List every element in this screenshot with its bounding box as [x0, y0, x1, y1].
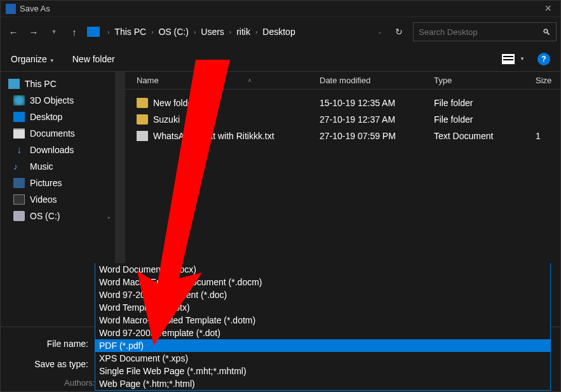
chevron-right-icon: ›: [255, 29, 257, 36]
table-row[interactable]: Suzuki27-10-19 12:37 AMFile folder: [132, 111, 560, 128]
nav-row: ← → ▼ ↑ › This PC › OS (C:) › Users › ri…: [1, 17, 560, 46]
sidebar-item-this-pc[interactable]: This PC: [1, 76, 115, 92]
sidebar-item-3dobjects[interactable]: 3D Objects: [1, 92, 115, 109]
pictures-icon: [13, 178, 25, 188]
dropdown-option[interactable]: Word 97-2003 Document (*.doc): [95, 288, 550, 301]
dropdown-option[interactable]: Word Macro-Enabled Document (*.docm): [95, 276, 550, 288]
column-headers[interactable]: Name∧ Date modified Type Size: [125, 72, 560, 90]
file-type: File folder: [434, 114, 536, 125]
breadcrumb-seg[interactable]: Users: [201, 27, 224, 37]
search-icon[interactable]: 🔍︎: [543, 27, 551, 37]
file-type: Text Document: [434, 131, 536, 141]
sidebar-label: Music: [30, 161, 53, 172]
file-name: New folder: [153, 98, 196, 108]
sidebar-label: OS (C:): [30, 211, 60, 221]
close-icon[interactable]: ×: [541, 2, 555, 15]
dropdown-option[interactable]: Word Document (*.docx): [95, 263, 550, 276]
forward-button[interactable]: →: [25, 23, 43, 41]
search-field[interactable]: [419, 27, 540, 37]
caret-down-icon: ▼: [50, 58, 55, 64]
dropdown-option[interactable]: Single File Web Page (*.mht;*.mhtml): [95, 365, 550, 377]
sidebar-item-desktop[interactable]: Desktop: [1, 109, 115, 125]
chevron-down-icon[interactable]: ⌄: [374, 29, 386, 35]
newfolder-button[interactable]: New folder: [72, 54, 115, 64]
col-size[interactable]: Size: [536, 76, 560, 85]
chevron-right-icon: ›: [151, 29, 153, 36]
breadcrumb-seg[interactable]: This PC: [114, 27, 146, 37]
sidebar-item-documents[interactable]: Documents: [1, 125, 115, 142]
chevron-right-icon: ›: [194, 29, 196, 36]
videos-icon: [13, 194, 25, 205]
organize-button[interactable]: Organize▼: [11, 54, 55, 64]
chevron-right-icon: ›: [229, 29, 231, 36]
sidebar-label: Pictures: [30, 178, 62, 188]
view-icon[interactable]: [502, 54, 515, 64]
toolbar: Organize▼ New folder ▼ ?: [1, 46, 560, 72]
title-bar: Save As ×: [1, 1, 560, 17]
textfile-icon: [137, 131, 148, 141]
help-button[interactable]: ?: [537, 53, 550, 65]
dropdown-option[interactable]: Word Template (*.dotx): [95, 301, 550, 314]
filename-label: File name:: [20, 339, 88, 349]
sidebar-item-pictures[interactable]: Pictures: [1, 175, 115, 191]
breadcrumb-seg[interactable]: Desktop: [262, 27, 295, 37]
sidebar-label: This PC: [25, 79, 57, 89]
col-date[interactable]: Date modified: [320, 76, 434, 85]
folder-icon: [137, 98, 148, 108]
caret-down-icon[interactable]: ▼: [520, 56, 525, 62]
sidebar-item-music[interactable]: ♪Music: [1, 158, 115, 175]
chevron-down-icon[interactable]: ⌄: [106, 213, 111, 220]
sort-indicator-icon: ∧: [248, 78, 252, 83]
music-icon: ♪: [13, 161, 25, 172]
sidebar-label: Desktop: [30, 112, 62, 122]
sidebar-item-osc[interactable]: OS (C:)⌄: [1, 208, 115, 224]
dropdown-option[interactable]: XPS Document (*.xps): [95, 352, 550, 365]
folder-icon: [137, 114, 148, 125]
organize-label: Organize: [11, 54, 47, 64]
back-button[interactable]: ←: [4, 23, 22, 41]
search-input[interactable]: 🔍︎: [413, 22, 557, 41]
dropdown-option[interactable]: Word 97-2003 Template (*.dot): [95, 327, 550, 339]
table-row[interactable]: New folder15-10-19 12:35 AMFile folder: [132, 95, 560, 111]
pc-icon: [87, 27, 100, 37]
breadcrumb[interactable]: › This PC › OS (C:) › Users › ritik › De…: [106, 27, 371, 37]
file-name: WhatsApp Chat with Ritikkk.txt: [153, 131, 274, 141]
drive-icon: [13, 211, 25, 221]
table-row[interactable]: WhatsApp Chat with Ritikkk.txt27-10-19 0…: [132, 128, 560, 144]
col-type[interactable]: Type: [434, 76, 536, 85]
document-icon: [13, 128, 25, 139]
dropdown-option[interactable]: PDF (*.pdf): [95, 339, 550, 352]
breadcrumb-seg[interactable]: OS (C:): [158, 27, 188, 37]
file-size: 1: [536, 131, 560, 141]
recent-chevron[interactable]: ▼: [45, 23, 63, 41]
sidebar-label: Downloads: [30, 145, 74, 155]
breadcrumb-seg[interactable]: ritik: [236, 27, 250, 37]
col-name-label: Name: [137, 76, 159, 85]
app-icon: [6, 4, 16, 14]
chevron-right-icon: ›: [107, 29, 109, 36]
3d-icon: [13, 95, 25, 105]
sidebar-label: Videos: [30, 194, 57, 205]
dropdown-option[interactable]: Web Page (*.htm;*.html): [95, 377, 550, 390]
file-date: 15-10-19 12:35 AM: [320, 98, 434, 108]
desktop-icon: [13, 112, 25, 122]
sidebar-item-videos[interactable]: Videos: [1, 191, 115, 208]
download-icon: ↓: [13, 145, 25, 155]
up-button[interactable]: ↑: [65, 23, 83, 41]
saveastype-dropdown[interactable]: Word Document (*.docx)Word Macro-Enabled…: [95, 263, 551, 391]
file-type: File folder: [434, 98, 536, 108]
file-date: 27-10-19 07:59 PM: [320, 131, 434, 141]
sidebar-item-downloads[interactable]: ↓Downloads: [1, 142, 115, 158]
col-name[interactable]: Name∧: [132, 76, 320, 85]
file-name: Suzuki: [153, 114, 180, 125]
window-title: Save As: [20, 4, 541, 13]
sidebar-label: 3D Objects: [30, 95, 74, 105]
saveastype-label: Save as type:: [20, 359, 88, 369]
refresh-button[interactable]: ↻: [391, 27, 407, 37]
file-date: 27-10-19 12:37 AM: [320, 114, 434, 125]
dropdown-option[interactable]: Word Macro-Enabled Template (*.dotm): [95, 314, 550, 327]
sidebar-label: Documents: [30, 128, 75, 139]
pc-icon: [8, 79, 20, 89]
